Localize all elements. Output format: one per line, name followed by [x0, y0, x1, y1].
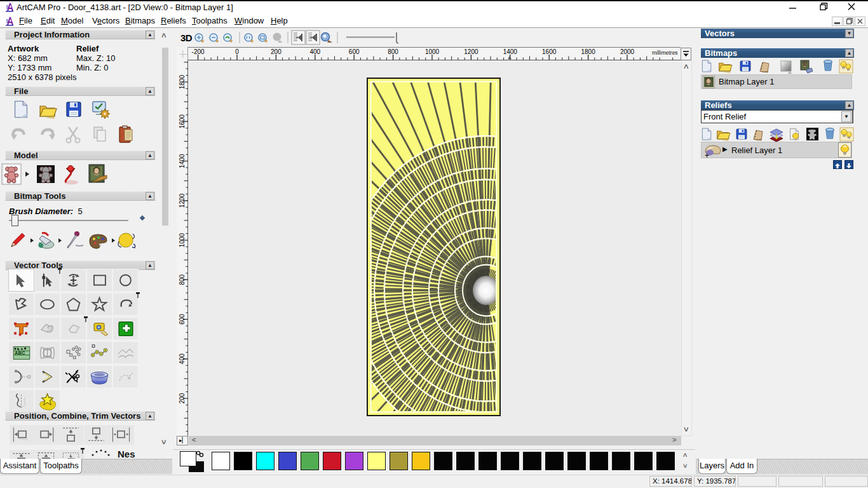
- svg-text:2000: 2000: [620, 48, 635, 55]
- svg-text:1000: 1000: [425, 48, 440, 55]
- svg-text:1400: 1400: [503, 48, 518, 55]
- svg-text:200: 200: [179, 393, 186, 403]
- svg-text:600: 600: [179, 314, 186, 325]
- svg-text:1800: 1800: [179, 74, 186, 89]
- svg-text:1400: 1400: [179, 154, 186, 168]
- svg-text:ABC: ABC: [15, 350, 25, 356]
- svg-text:1600: 1600: [542, 48, 557, 55]
- svg-text:1000: 1000: [179, 233, 186, 247]
- svg-text:400: 400: [179, 353, 186, 364]
- svg-text:-200: -200: [192, 48, 205, 55]
- svg-text:0: 0: [235, 48, 239, 55]
- svg-text:200: 200: [271, 48, 281, 55]
- svg-text:1800: 1800: [581, 48, 595, 55]
- svg-text:1600: 1600: [179, 114, 186, 129]
- svg-text:400: 400: [309, 48, 320, 55]
- svg-text:1200: 1200: [464, 48, 478, 55]
- svg-text:800: 800: [388, 48, 398, 55]
- svg-text:+: +: [705, 151, 709, 159]
- svg-text:1200: 1200: [179, 193, 186, 208]
- svg-text:Nes: Nes: [118, 449, 135, 459]
- svg-text:800: 800: [179, 274, 186, 285]
- svg-text:3D: 3D: [180, 32, 193, 43]
- svg-text:600: 600: [349, 48, 360, 55]
